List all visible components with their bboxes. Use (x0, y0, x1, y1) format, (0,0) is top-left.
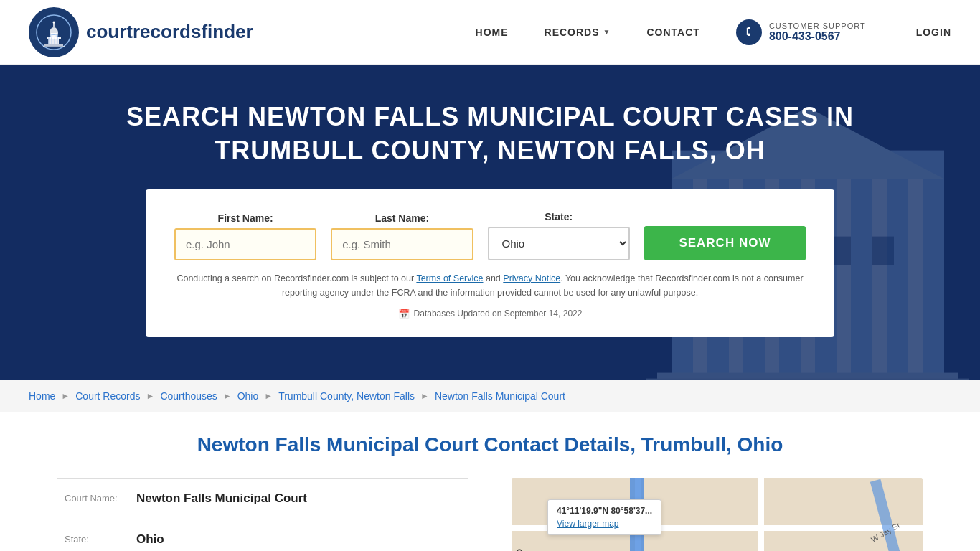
main-content: Newton Falls Municipal Court Contact Det… (0, 412, 980, 551)
state-detail-label: State: (65, 534, 129, 545)
svg-rect-4 (48, 37, 50, 44)
search-fields: First Name: Last Name: State: Ohio Alaba… (174, 211, 806, 260)
breadcrumb-sep-1: ► (61, 391, 70, 401)
svg-rect-21 (908, 179, 923, 380)
breadcrumb-sep-4: ► (264, 391, 273, 401)
breadcrumb-trumbull[interactable]: Trumbull County, Newton Falls (278, 390, 415, 402)
support-area: 🕻 CUSTOMER SUPPORT 800-433-0567 (736, 19, 866, 45)
svg-rect-12 (43, 46, 65, 47)
breadcrumb-courthouses[interactable]: Courthouses (160, 390, 217, 402)
search-box: First Name: Last Name: State: Ohio Alaba… (146, 189, 834, 337)
privacy-notice-link[interactable]: Privacy Notice (503, 273, 560, 283)
breadcrumb-ohio[interactable]: Ohio (237, 390, 259, 402)
breadcrumb-current: Newton Falls Municipal Court (435, 390, 565, 402)
nav-login[interactable]: LOGIN (916, 27, 951, 38)
map-tooltip: 41°11'19.9"N 80°58'37... View larger map (547, 499, 661, 535)
records-dropdown-icon: ▼ (603, 28, 611, 36)
site-header: courtrecordsfinder HOME RECORDS ▼ CONTAC… (0, 0, 980, 65)
detail-section: Court Name: Newton Falls Municipal Court… (57, 478, 468, 551)
map-road (758, 478, 764, 551)
map-label-left: OP (515, 549, 524, 551)
breadcrumb-sep-2: ► (146, 391, 155, 401)
court-name-value: Newton Falls Municipal Court (136, 491, 307, 506)
court-name-label: Court Name: (65, 493, 129, 504)
breadcrumb-sep-3: ► (223, 391, 232, 401)
state-select[interactable]: Ohio Alabama Alaska California New York (488, 227, 630, 260)
logo-area[interactable]: courtrecordsfinder (29, 7, 253, 57)
nav-records[interactable]: RECORDS ▼ (545, 27, 611, 38)
last-name-label: Last Name: (331, 212, 473, 224)
logo-text: courtrecordsfinder (86, 21, 253, 43)
first-name-label: First Name: (174, 212, 316, 224)
first-name-group: First Name: (174, 212, 316, 260)
map-coords: 41°11'19.9"N 80°58'37... (557, 506, 652, 516)
svg-rect-7 (57, 37, 58, 44)
nav-home[interactable]: HOME (476, 27, 509, 38)
state-group: State: Ohio Alabama Alaska California Ne… (488, 211, 630, 260)
support-text: CUSTOMER SUPPORT 800-433-0567 (769, 22, 866, 43)
nav-contact[interactable]: CONTACT (646, 27, 699, 38)
logo-icon (29, 7, 79, 57)
content-grid: Court Name: Newton Falls Municipal Court… (57, 478, 923, 551)
search-button[interactable]: SEARCH NOW (644, 226, 806, 260)
state-detail-value: Ohio (136, 532, 164, 547)
svg-point-10 (53, 21, 55, 23)
state-row: State: Ohio (57, 519, 468, 551)
breadcrumb-court-records[interactable]: Court Records (75, 390, 140, 402)
terms-of-service-link[interactable]: Terms of Service (416, 273, 483, 283)
search-terms: Conducting a search on Recordsfinder.com… (174, 271, 806, 300)
last-name-input[interactable] (331, 228, 473, 260)
hero-section: SEARCH NEWTON FALLS MUNICIPAL COURT CASE… (0, 65, 980, 380)
svg-rect-29 (646, 379, 969, 380)
db-updated: 📅 Databases Updated on September 14, 202… (174, 309, 806, 319)
page-heading: Newton Falls Municipal Court Contact Det… (57, 433, 923, 456)
breadcrumb-sep-5: ► (420, 391, 429, 401)
court-name-row: Court Name: Newton Falls Municipal Court (57, 478, 468, 519)
hero-title: SEARCH NEWTON FALLS MUNICIPAL COURT CASE… (95, 100, 885, 168)
calendar-icon: 📅 (398, 309, 410, 319)
hero-content: SEARCH NEWTON FALLS MUNICIPAL COURT CASE… (95, 100, 885, 337)
breadcrumb: Home ► Court Records ► Courthouses ► Ohi… (0, 380, 980, 412)
map-container[interactable]: McDonald's W Jay St OP 41°11'19.9"N 80°5… (512, 478, 923, 551)
first-name-input[interactable] (174, 228, 316, 260)
state-label: State: (488, 211, 630, 222)
map-section: McDonald's W Jay St OP 41°11'19.9"N 80°5… (512, 478, 923, 551)
map-view-larger-link[interactable]: View larger map (557, 519, 618, 529)
main-nav: HOME RECORDS ▼ CONTACT 🕻 CUSTOMER SUPPOR… (476, 19, 951, 45)
headphone-icon: 🕻 (736, 19, 762, 45)
last-name-group: Last Name: (331, 212, 473, 260)
breadcrumb-home[interactable]: Home (29, 390, 55, 402)
svg-rect-11 (44, 44, 63, 46)
